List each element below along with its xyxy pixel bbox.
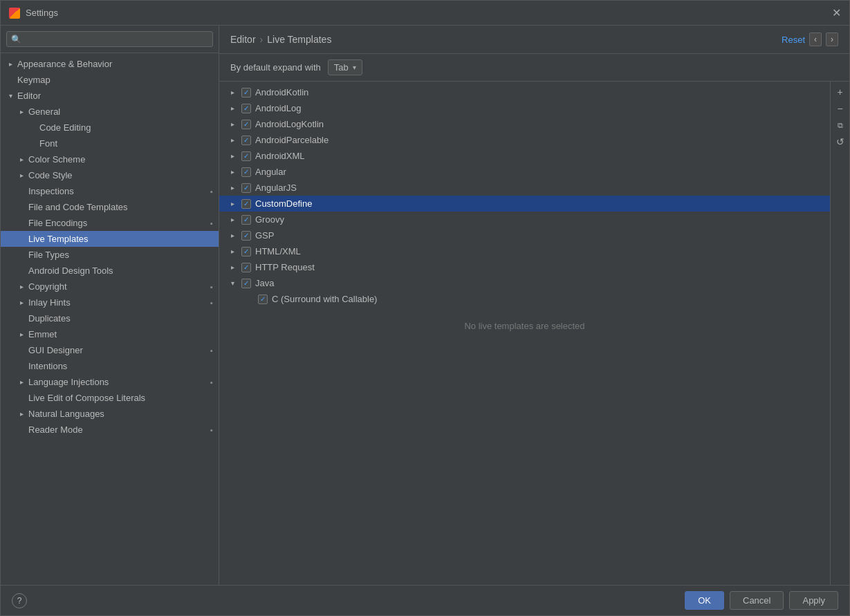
settings-badge-icon: ▪ [210, 378, 213, 386]
template-group-custom-define[interactable]: CustomDefine [219, 196, 830, 212]
chevron-icon [6, 60, 15, 68]
template-group-label: Java [255, 278, 274, 288]
cancel-button[interactable]: Cancel [730, 591, 784, 610]
template-group-angular[interactable]: Angular [219, 164, 830, 180]
sidebar-item-android-design-tools[interactable]: Android Design Tools [1, 263, 219, 279]
template-group-android-log[interactable]: AndroidLog [219, 100, 830, 116]
sidebar-item-copyright[interactable]: Copyright ▪ [1, 279, 219, 295]
template-group-gsp[interactable]: GSP [219, 227, 830, 243]
template-checkbox[interactable] [241, 183, 251, 193]
sidebar-item-code-style[interactable]: Code Style [1, 167, 219, 183]
sidebar-item-general[interactable]: General [1, 104, 219, 120]
sidebar-item-emmet[interactable]: Emmet [1, 326, 219, 342]
chevron-icon [228, 136, 237, 144]
template-group-label: AndroidLog [255, 103, 302, 113]
remove-button[interactable]: − [833, 101, 848, 116]
template-list: AndroidKotlin AndroidLog AndroidLogKotli… [219, 82, 830, 585]
template-item-java-c[interactable]: C (Surround with Callable) [219, 291, 830, 307]
sidebar-item-label: File Encodings [28, 218, 87, 228]
expand-value: Tab [334, 62, 349, 73]
template-group-android-kotlin[interactable]: AndroidKotlin [219, 84, 830, 100]
sidebar-item-duplicates[interactable]: Duplicates [1, 310, 219, 326]
sidebar-item-file-code-templates[interactable]: File and Code Templates [1, 199, 219, 215]
template-checkbox[interactable] [241, 151, 251, 161]
search-input[interactable] [24, 34, 208, 44]
sidebar-item-editor[interactable]: Editor [1, 88, 219, 104]
template-group-http-request[interactable]: HTTP Request [219, 259, 830, 275]
app-icon [9, 8, 20, 19]
copy-button[interactable]: ⧉ [833, 118, 848, 133]
template-group-android-log-kotlin[interactable]: AndroidLogKotlin [219, 116, 830, 132]
chevron-icon [17, 171, 26, 180]
template-group-label: AndroidKotlin [255, 87, 308, 97]
breadcrumb-parent: Editor [230, 34, 256, 45]
template-group-angular-js[interactable]: AngularJS [219, 180, 830, 196]
sidebar-item-code-editing[interactable]: Code Editing [1, 120, 219, 136]
apply-button[interactable]: Apply [789, 591, 838, 610]
dialog-title: Settings [26, 8, 58, 18]
sidebar-item-live-edit-compose[interactable]: Live Edit of Compose Literals [1, 390, 219, 406]
close-button[interactable]: ✕ [832, 6, 841, 19]
search-box: 🔍 [1, 26, 219, 53]
sidebar-item-appearance[interactable]: Appearance & Behavior [1, 56, 219, 72]
sidebar-item-label: Copyright [28, 281, 67, 292]
title-bar-left: Settings [9, 8, 58, 19]
sidebar-item-reader-mode[interactable]: Reader Mode ▪ [1, 422, 219, 438]
sidebar-item-label: File and Code Templates [28, 202, 128, 212]
ok-button[interactable]: OK [685, 591, 724, 610]
template-checkbox[interactable] [241, 263, 251, 272]
chevron-icon [17, 156, 26, 164]
help-button[interactable]: ? [12, 593, 27, 608]
template-checkbox[interactable] [241, 104, 251, 113]
sidebar-item-label: Emmet [28, 329, 57, 339]
chevron-icon [228, 120, 237, 128]
sidebar-item-color-scheme[interactable]: Color Scheme [1, 151, 219, 167]
template-group-android-parcelable[interactable]: AndroidParcelable [219, 132, 830, 148]
template-checkbox[interactable] [241, 199, 251, 209]
template-group-android-xml[interactable]: AndroidXML [219, 148, 830, 164]
template-checkbox[interactable] [258, 295, 268, 304]
sidebar-item-label: Live Edit of Compose Literals [28, 393, 145, 403]
chevron-icon [228, 200, 237, 207]
forward-button[interactable]: › [826, 32, 838, 46]
template-checkbox[interactable] [241, 167, 251, 177]
template-group-java[interactable]: Java [219, 275, 830, 291]
settings-badge-icon: ▪ [210, 187, 213, 196]
add-button[interactable]: + [833, 84, 848, 100]
restore-button[interactable]: ↺ [833, 134, 848, 149]
sidebar-item-keymap[interactable]: Keymap [1, 72, 219, 88]
template-group-label: Groovy [255, 214, 284, 225]
sidebar-item-font[interactable]: Font [1, 136, 219, 151]
sidebar-item-live-templates[interactable]: Live Templates [1, 231, 219, 247]
template-checkbox[interactable] [241, 231, 251, 241]
sidebar-item-inspections[interactable]: Inspections ▪ [1, 183, 219, 199]
template-group-groovy[interactable]: Groovy [219, 212, 830, 227]
sidebar-item-label: Language Injections [28, 377, 109, 387]
sidebar-item-language-injections[interactable]: Language Injections ▪ [1, 374, 219, 390]
sidebar-item-label: Color Scheme [28, 154, 85, 165]
template-group-label: CustomDefine [255, 198, 312, 209]
back-button[interactable]: ‹ [809, 32, 822, 46]
sidebar-item-label: Keymap [17, 75, 50, 85]
search-input-wrap[interactable]: 🔍 [6, 31, 213, 47]
sidebar-item-intentions[interactable]: Intentions [1, 358, 219, 374]
sidebar-item-gui-designer[interactable]: GUI Designer ▪ [1, 342, 219, 358]
template-checkbox[interactable] [241, 279, 251, 288]
sidebar-item-file-types[interactable]: File Types [1, 247, 219, 263]
sidebar-tree: Appearance & Behavior Keymap Editor Gene… [1, 53, 219, 585]
sidebar-item-inlay-hints[interactable]: Inlay Hints ▪ [1, 295, 219, 310]
sidebar-item-natural-languages[interactable]: Natural Languages [1, 406, 219, 422]
sidebar-item-file-encodings[interactable]: File Encodings ▪ [1, 215, 219, 231]
reset-button[interactable]: Reset [782, 35, 805, 45]
template-checkbox[interactable] [241, 120, 251, 129]
template-checkbox[interactable] [241, 88, 251, 97]
expand-dropdown[interactable]: Tab ▾ [328, 59, 362, 75]
template-checkbox[interactable] [241, 247, 251, 256]
template-group-html-xml[interactable]: HTML/XML [219, 243, 830, 259]
chevron-icon [17, 378, 26, 386]
side-toolbar: + − ⧉ ↺ [830, 82, 849, 585]
template-checkbox[interactable] [241, 215, 251, 225]
chevron-down-icon: ▾ [353, 64, 356, 71]
sidebar-item-label: File Types [28, 250, 69, 260]
template-checkbox[interactable] [241, 136, 251, 145]
